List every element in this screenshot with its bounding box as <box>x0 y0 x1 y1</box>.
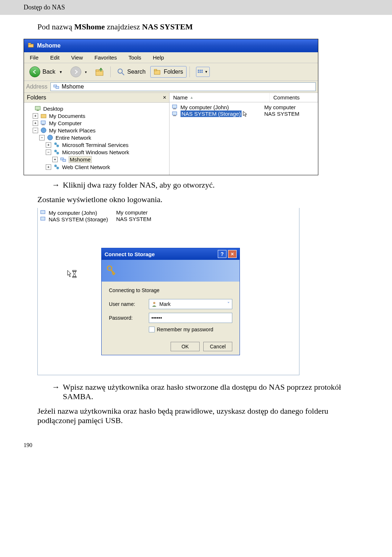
folders-panel-header: Folders × <box>24 93 169 103</box>
svg-rect-40 <box>41 217 45 220</box>
password-value: •••••• <box>151 315 162 321</box>
search-button[interactable]: Search <box>114 66 149 78</box>
tree-my-network-places[interactable]: −My Network Places <box>33 127 167 134</box>
svg-rect-10 <box>200 70 201 71</box>
column-header-comments[interactable]: Comments <box>270 93 318 102</box>
item-comment: My computer <box>116 209 148 216</box>
password-label: Password: <box>109 315 149 321</box>
menu-tools[interactable]: Tools <box>123 54 147 61</box>
remember-checkbox[interactable] <box>149 327 155 332</box>
expand-icon[interactable]: + <box>33 120 38 126</box>
tree-web-client[interactable]: +Web Client Network <box>46 163 167 171</box>
column-header-name[interactable]: Name▲ <box>170 93 270 102</box>
network-provider-icon <box>53 149 60 155</box>
tree-my-computer[interactable]: +My Computer <box>33 119 167 127</box>
item-comment: NAS SYSTEM <box>116 216 151 222</box>
forward-button[interactable]: ▾ <box>67 65 90 79</box>
chevron-down-icon: ▾ <box>85 70 87 74</box>
item-name: My computer (John) <box>49 210 97 216</box>
expand-icon[interactable]: + <box>33 113 38 119</box>
folders-label: Folders <box>164 69 183 75</box>
tree-ms-windows-network[interactable]: −Microsoft Windows Network <box>46 148 167 156</box>
collapse-icon[interactable]: − <box>33 128 38 133</box>
views-icon: ▼ <box>196 67 210 77</box>
views-button[interactable]: ▼ <box>193 65 213 79</box>
tree-label: Mshome <box>69 156 92 163</box>
username-input[interactable]: Mark ˅ <box>149 299 232 309</box>
list-item[interactable]: NAS SYSTEM (Storage) NAS SYSTEM <box>172 110 316 117</box>
menu-favorites[interactable]: Favorites <box>89 54 123 61</box>
cancel-button[interactable]: Cancel <box>203 342 232 351</box>
expand-icon[interactable]: + <box>46 164 51 170</box>
remember-label: Remember my password <box>157 327 213 332</box>
menu-view[interactable]: View <box>65 54 89 61</box>
up-button[interactable] <box>91 65 107 78</box>
collapse-icon[interactable]: − <box>39 135 45 140</box>
username-value: Mark <box>159 301 171 307</box>
password-input[interactable]: •••••• <box>149 313 232 323</box>
explorer-window: Mshome File Edit View Favorites Tools He… <box>24 39 318 175</box>
svg-rect-20 <box>41 121 45 124</box>
address-bar: Address Mshome <box>24 81 318 93</box>
back-button[interactable]: Back ▼ <box>26 65 66 79</box>
list-item[interactable]: My computer (John) My computer <box>172 104 316 110</box>
doc-intro-line: Pod nazwą MShome znajdziesz NAS SYSTEM <box>37 22 368 32</box>
intro-pre: Pod nazwą <box>37 22 74 31</box>
dialog-status: Connecting to Storage <box>109 287 232 293</box>
expand-icon[interactable]: + <box>52 157 58 162</box>
item-comment: My computer <box>264 104 296 110</box>
tree-label: Entire Network <box>56 135 91 141</box>
tree-mshome[interactable]: +Mshome <box>52 156 167 163</box>
close-icon[interactable]: × <box>163 94 166 101</box>
arrow-icon: → <box>52 180 60 189</box>
folders-button[interactable]: Folders <box>150 66 186 78</box>
svg-rect-39 <box>41 210 45 214</box>
address-field[interactable]: Mshome <box>50 82 316 91</box>
back-arrow-icon <box>29 66 40 77</box>
expand-icon[interactable]: + <box>46 142 51 148</box>
list-item[interactable]: NAS SYSTEM (Storage) NAS SYSTEM <box>40 216 297 222</box>
ok-button[interactable]: OK <box>171 342 200 351</box>
busy-cursor-icon <box>67 270 78 278</box>
address-value: Mshome <box>62 83 84 90</box>
close-button[interactable]: × <box>228 250 237 258</box>
chevron-down-icon[interactable]: ˅ <box>227 301 230 307</box>
collapse-icon[interactable]: − <box>46 150 51 155</box>
menu-edit[interactable]: Edit <box>44 54 65 61</box>
instruction-1: →Kliknij dwa razy folder NAS, aby go otw… <box>52 180 368 190</box>
tree-entire-network[interactable]: −Entire Network <box>39 134 167 141</box>
list-body: My computer (John) My computer NAS SYSTE… <box>170 102 318 119</box>
svg-rect-7 <box>154 70 160 74</box>
tree-label: My Network Places <box>49 127 95 134</box>
intro-bold2: NAS SYSTEM <box>142 22 193 31</box>
menu-file[interactable]: File <box>24 54 44 61</box>
doc-header: Dostęp do NAS <box>0 0 392 15</box>
svg-rect-36 <box>173 108 176 109</box>
tree-label: Web Client Network <box>62 164 110 170</box>
list-item[interactable]: My computer (John) My computer <box>40 209 297 216</box>
explorer-body: Folders × Desktop +My Documents +My Comp… <box>24 93 318 175</box>
tree-ms-terminal[interactable]: +Microsoft Terminal Services <box>46 141 167 148</box>
svg-rect-8 <box>154 69 157 71</box>
toolbar: Back ▼ ▾ <box>24 63 318 81</box>
connect-dialog: Connect to Storage ? × Connecting to Sto… <box>101 248 240 355</box>
intro-mid: znajdziesz <box>105 22 142 31</box>
menu-help[interactable]: Help <box>147 54 170 61</box>
tree-desktop[interactable]: Desktop <box>26 105 167 112</box>
help-button[interactable]: ? <box>218 250 226 258</box>
workgroup-icon <box>53 83 60 90</box>
svg-rect-2 <box>96 71 103 75</box>
back-label: Back <box>42 69 56 75</box>
dialog-titlebar: Connect to Storage ? × <box>102 248 240 260</box>
address-label: Address <box>26 83 48 90</box>
username-label: User name: <box>109 301 149 307</box>
svg-rect-1 <box>28 43 31 45</box>
tree-my-documents[interactable]: +My Documents <box>33 112 167 119</box>
svg-rect-21 <box>42 124 45 125</box>
list-panel: Name▲ Comments My computer (John) My com… <box>170 93 318 175</box>
svg-rect-3 <box>96 70 99 71</box>
instruction-4: Jeżeli nazwa użytkownika oraz hasło będą… <box>37 406 368 425</box>
network-provider-icon <box>53 164 60 170</box>
folder-tree: Desktop +My Documents +My Computer −My N… <box>24 103 169 175</box>
intro-bold1: MShome <box>74 22 105 31</box>
